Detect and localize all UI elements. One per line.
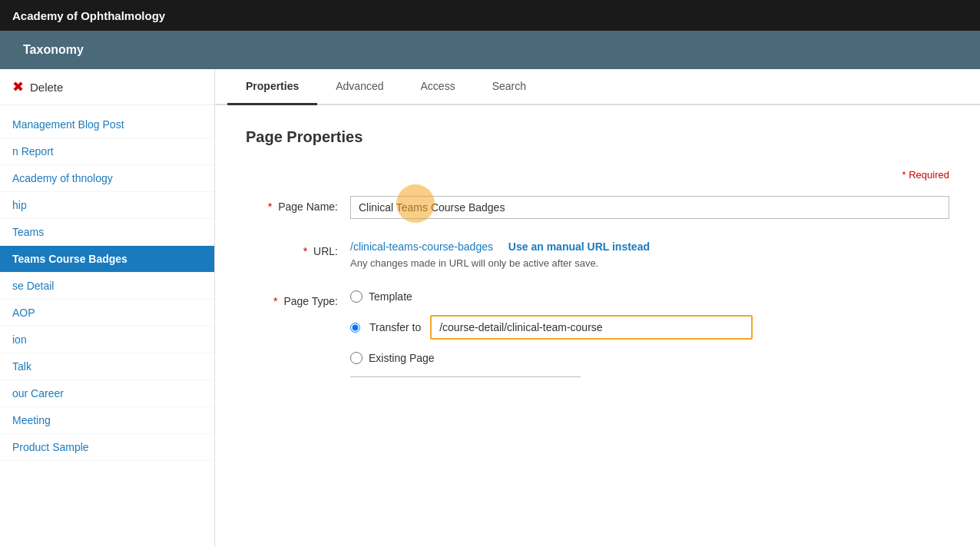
- tab-advanced[interactable]: Advanced: [317, 69, 402, 105]
- delete-button[interactable]: Delete: [30, 81, 63, 94]
- main-layout: ✖ Delete Management Blog Post n Report A…: [0, 69, 980, 547]
- sidebar-item-talk[interactable]: Talk: [0, 353, 214, 380]
- sidebar-item-teams-course-badges[interactable]: Teams Course Badges: [0, 246, 214, 273]
- url-notice: Any changes made in URL will only be act…: [350, 257, 949, 269]
- page-type-existing-radio[interactable]: [350, 352, 363, 364]
- transfer-url-input[interactable]: [430, 315, 753, 340]
- url-value-link[interactable]: /clinical-teams-course-badges: [350, 240, 493, 253]
- sidebar-item-ion[interactable]: ion: [0, 327, 214, 353]
- sidebar-item-aop[interactable]: AOP: [0, 300, 214, 327]
- sidebar-item-management-blog-post[interactable]: Management Blog Post: [0, 111, 214, 138]
- page-type-required-star: *: [273, 295, 277, 307]
- required-note: * Required: [246, 169, 949, 181]
- sidebar-item-se-detail[interactable]: se Detail: [0, 273, 214, 300]
- page-type-label: * Page Type:: [246, 290, 338, 307]
- url-label: * URL:: [246, 240, 338, 257]
- tab-access[interactable]: Access: [402, 69, 474, 105]
- page-name-label: * Page Name:: [246, 196, 338, 213]
- sidebar-item-hip[interactable]: hip: [0, 192, 214, 219]
- page-name-field: [350, 196, 949, 219]
- sidebar-item-meeting[interactable]: Meeting: [0, 407, 214, 434]
- url-row: * URL: /clinical-teams-course-badges Use…: [246, 240, 949, 269]
- sidebar-item-product-sample[interactable]: Product Sample: [0, 434, 214, 461]
- url-required-star: *: [303, 245, 307, 257]
- tabs-bar: Properties Advanced Access Search: [215, 69, 980, 105]
- page-content: Page Properties * Required * Page Name: …: [215, 105, 980, 547]
- required-star: *: [268, 201, 272, 213]
- url-manual-link[interactable]: Use an manual URL instead: [508, 240, 650, 253]
- sidebar-items: Management Blog Post n Report Academy of…: [0, 105, 214, 467]
- nav-bar: Taxonomy: [0, 31, 980, 69]
- page-properties-title: Page Properties: [246, 128, 949, 146]
- page-type-row: * Page Type: Template Transfer to: [246, 290, 949, 377]
- page-type-template-option: Template: [350, 290, 949, 303]
- page-type-existing-label: Existing Page: [369, 352, 435, 364]
- page-type-transfer-label: Transfer to: [369, 321, 421, 333]
- sidebar: ✖ Delete Management Blog Post n Report A…: [0, 69, 215, 547]
- nav-item-taxonomy[interactable]: Taxonomy: [8, 31, 99, 69]
- sidebar-toolbar: ✖ Delete: [0, 69, 214, 105]
- sidebar-item-teams[interactable]: Teams: [0, 219, 214, 246]
- content-area: Properties Advanced Access Search Page P…: [215, 69, 980, 547]
- top-bar: Academy of Ophthalmology: [0, 0, 980, 31]
- tab-search[interactable]: Search: [474, 69, 545, 105]
- page-name-row: * Page Name:: [246, 196, 949, 219]
- delete-icon: ✖: [12, 78, 24, 95]
- page-type-template-label: Template: [369, 290, 412, 303]
- page-type-existing-option: Existing Page: [350, 352, 949, 364]
- sidebar-item-academy[interactable]: Academy of thnology: [0, 165, 214, 192]
- page-type-transfer-row: Transfer to: [350, 315, 949, 340]
- tab-properties[interactable]: Properties: [227, 69, 317, 105]
- sidebar-item-report[interactable]: n Report: [0, 138, 214, 165]
- url-field: /clinical-teams-course-badges Use an man…: [350, 240, 949, 269]
- page-type-field: Template Transfer to Existing Page: [350, 290, 949, 377]
- app-title: Academy of Ophthalmology: [12, 9, 165, 22]
- page-type-template-radio[interactable]: [350, 290, 363, 303]
- sidebar-item-our-career[interactable]: our Career: [0, 380, 214, 407]
- page-type-transfer-radio[interactable]: [350, 323, 360, 333]
- page-name-input[interactable]: [350, 196, 949, 219]
- bottom-divider: [350, 376, 581, 377]
